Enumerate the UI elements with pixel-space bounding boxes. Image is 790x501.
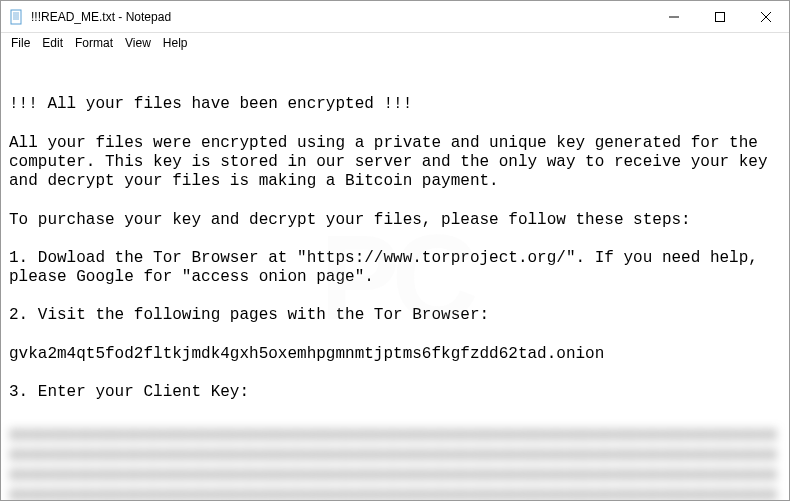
maximize-button[interactable] xyxy=(697,1,743,33)
client-key-blurred: XXXXXXXXXXXXXXXXXXXXXXXXXXXXXXXXXXXXXXXX… xyxy=(9,426,781,500)
notepad-window: !!!READ_ME.txt - Notepad File Edit Forma… xyxy=(0,0,790,501)
menu-edit[interactable]: Edit xyxy=(36,34,69,52)
svg-rect-6 xyxy=(716,13,725,22)
minimize-button[interactable] xyxy=(651,1,697,33)
content-line: !!! All your files have been encrypted !… xyxy=(9,95,412,113)
titlebar[interactable]: !!!READ_ME.txt - Notepad xyxy=(1,1,789,33)
notepad-icon xyxy=(9,9,25,25)
menu-file[interactable]: File xyxy=(5,34,36,52)
menubar: File Edit Format View Help xyxy=(1,33,789,53)
content-line: To purchase your key and decrypt your fi… xyxy=(9,211,691,229)
menu-format[interactable]: Format xyxy=(69,34,119,52)
close-button[interactable] xyxy=(743,1,789,33)
window-title: !!!READ_ME.txt - Notepad xyxy=(31,10,651,24)
content-line: 2. Visit the following pages with the To… xyxy=(9,306,489,324)
content-line: 3. Enter your Client Key: xyxy=(9,383,249,401)
menu-view[interactable]: View xyxy=(119,34,157,52)
content-line: 1. Dowload the Tor Browser at "https://w… xyxy=(9,249,768,286)
text-area[interactable]: PC !!! All your files have been encrypte… xyxy=(1,53,789,500)
content-line: All your files were encrypted using a pr… xyxy=(9,134,777,190)
window-controls xyxy=(651,1,789,32)
content-line: gvka2m4qt5fod2fltkjmdk4gxh5oxemhpgmnmtjp… xyxy=(9,345,604,363)
menu-help[interactable]: Help xyxy=(157,34,194,52)
